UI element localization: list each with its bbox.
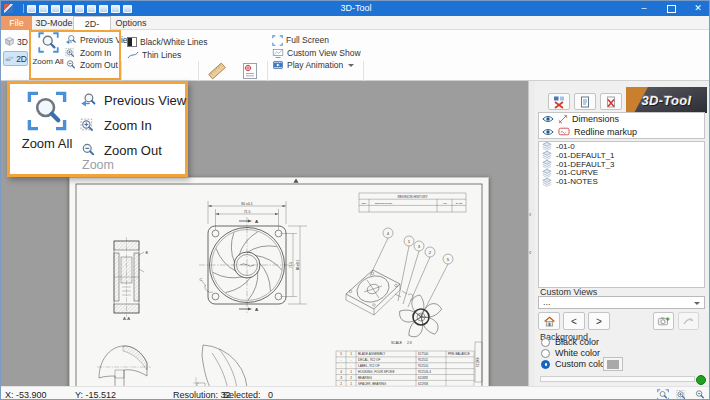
svg-text:4: 4 xyxy=(340,370,342,374)
radio-selected-icon[interactable] xyxy=(541,360,550,369)
minimize-button[interactable]: – xyxy=(633,1,655,16)
svg-text:611200: 611200 xyxy=(476,357,480,367)
collapse-left-icon[interactable]: ‹ xyxy=(529,211,531,218)
tab-2d-mode[interactable]: 2D-Mode xyxy=(73,16,111,30)
front-view xyxy=(199,217,295,313)
radio-icon[interactable] xyxy=(541,349,550,358)
black-white-lines-icon xyxy=(127,37,137,47)
zoom-all-icon xyxy=(27,91,67,131)
previous-view-button[interactable]: Previous View xyxy=(65,34,134,46)
zoom-tools-callout: Zoom All Previous View Zoom In Zoom Out … xyxy=(7,81,188,177)
chevron-down-icon xyxy=(694,302,700,308)
bg-custom-radio[interactable]: Custom color xyxy=(541,359,608,369)
zoom-in-button-large[interactable]: Zoom In xyxy=(80,117,152,133)
selected-count: 0 xyxy=(268,390,273,400)
svg-text:5: 5 xyxy=(340,352,342,356)
thin-lines-button[interactable]: Thin Lines xyxy=(127,49,181,61)
zoom-in-icon[interactable] xyxy=(676,389,688,400)
custom-color-swatch[interactable] xyxy=(603,357,623,371)
tab-3d-mode[interactable]: 3D-Mode xyxy=(35,16,73,30)
previous-custom-view-button[interactable]: < xyxy=(563,312,585,330)
zoom-all-button-large[interactable]: Zoom All xyxy=(18,91,76,151)
3d-tool-logo: 3D-Tool xyxy=(626,87,707,113)
svg-text:A: A xyxy=(255,307,259,312)
svg-text:-: - xyxy=(340,358,341,362)
revision-table: REVISION HISTORY REV DESCRIPTION APP DAT… xyxy=(359,193,466,212)
camera-plus-icon xyxy=(657,314,671,328)
play-animation-icon xyxy=(272,59,284,71)
tree-item-dimensions[interactable]: Dimensions xyxy=(539,113,704,126)
layer-item[interactable]: -01-NOTES xyxy=(539,177,704,186)
default-view-button[interactable] xyxy=(538,312,560,330)
svg-text:C: C xyxy=(200,277,203,282)
zoom-in-button[interactable]: Zoom In xyxy=(65,47,111,59)
layer-item[interactable]: -01-DEFAULT_3 xyxy=(539,160,704,169)
zoom-out-icon[interactable] xyxy=(694,389,706,400)
layers-list[interactable]: -01-0-01-DEFAULT_1-01-DEFAULT_3-01-CURVE… xyxy=(538,141,705,288)
black-white-lines-button[interactable]: Black/White Lines xyxy=(127,36,208,48)
radio-icon[interactable] xyxy=(541,338,550,347)
tree-item-redline[interactable]: Redline markup xyxy=(539,126,704,139)
previous-view-button-large[interactable]: Previous View xyxy=(80,92,186,108)
update-custom-view-button[interactable] xyxy=(678,312,699,330)
hide-markups-button[interactable] xyxy=(548,93,570,110)
drawing-sheet[interactable]: REVISION HISTORY REV DESCRIPTION APP DAT… xyxy=(69,177,489,400)
add-custom-view-button[interactable] xyxy=(653,312,674,330)
zoom-out-icon xyxy=(80,142,97,159)
svg-text:REVISION HISTORY: REVISION HISTORY xyxy=(397,195,428,199)
visibility-eye-icon[interactable] xyxy=(542,128,554,136)
tab-file[interactable]: File xyxy=(1,16,32,30)
zoom-out-button[interactable]: Zoom Out xyxy=(65,59,118,71)
zoom-out-button-large[interactable]: Zoom Out xyxy=(80,142,162,158)
layer-item[interactable]: -01-DEFAULT_1 xyxy=(539,151,704,160)
visibility-eye-icon[interactable] xyxy=(542,115,554,123)
panel-splitter[interactable]: ‹ ‹ xyxy=(528,81,535,386)
zoom-out-icon xyxy=(65,59,77,71)
layer-item[interactable]: -01-0 xyxy=(539,142,704,151)
svg-text:-: - xyxy=(340,364,341,368)
titlebar[interactable]: 3D-Tool – ✕ xyxy=(1,1,710,16)
ribbon: 3D 2D Mode Zoom All Previous View Zoom I… xyxy=(1,30,710,81)
close-button[interactable]: ✕ xyxy=(687,1,709,16)
zoom-in-icon xyxy=(65,47,77,59)
delete-note-button[interactable] xyxy=(600,93,622,110)
zoom-all-icon[interactable] xyxy=(657,389,669,400)
next-custom-view-button[interactable]: > xyxy=(588,312,610,330)
svg-text:PRE-BALANCE: PRE-BALANCE xyxy=(448,352,470,356)
mode-3d-button[interactable]: 3D xyxy=(3,34,28,49)
svg-text:71.5: 71.5 xyxy=(289,262,293,268)
custom-view-show-button[interactable]: Custom View Show xyxy=(272,47,361,59)
layer-item[interactable]: -01-CURVE xyxy=(539,168,704,177)
blue-note-icon xyxy=(578,95,592,109)
full-screen-icon xyxy=(272,35,283,46)
svg-text:71.5: 71.5 xyxy=(244,210,251,214)
section-view-aa: B A-A xyxy=(114,237,149,321)
svg-text:B: B xyxy=(146,251,149,255)
svg-text:912516-4: 912516-4 xyxy=(418,370,431,374)
dropdown-caret-icon[interactable] xyxy=(348,64,354,70)
mode-2d-button[interactable]: 2D xyxy=(3,51,28,66)
window-title: 3D-Tool xyxy=(1,1,710,16)
collapse-left-icon[interactable]: ‹ xyxy=(529,249,531,256)
note-button[interactable] xyxy=(574,93,596,110)
svg-text:APP: APP xyxy=(442,202,447,205)
maximize-icon xyxy=(667,5,676,13)
svg-text:912510: 912510 xyxy=(418,364,429,368)
bg-black-radio[interactable]: Black color xyxy=(541,337,599,347)
full-screen-button[interactable]: Full Screen xyxy=(272,34,329,46)
custom-views-dropdown[interactable]: ... xyxy=(538,296,705,309)
zoom-all-button[interactable]: Zoom All xyxy=(32,32,64,66)
previous-view-icon xyxy=(65,34,77,46)
play-animation-button[interactable]: Play Animation xyxy=(272,59,354,71)
progress-bar xyxy=(540,376,695,382)
maximize-button[interactable] xyxy=(660,1,682,16)
svg-text:SPACER, BEARING: SPACER, BEARING xyxy=(358,382,387,386)
svg-text:3: 3 xyxy=(340,376,342,380)
x-coordinate-readout: X: -53.900 xyxy=(5,390,47,400)
status-green-dot xyxy=(696,375,706,385)
svg-text:DECAL, 912 OF: DECAL, 912 OF xyxy=(358,358,380,362)
tab-options[interactable]: Options xyxy=(113,16,149,30)
markup-tree: Dimensions Redline markup xyxy=(538,112,705,139)
bg-white-radio[interactable]: White color xyxy=(541,348,600,358)
svg-text:SCALE: SCALE xyxy=(391,341,403,345)
